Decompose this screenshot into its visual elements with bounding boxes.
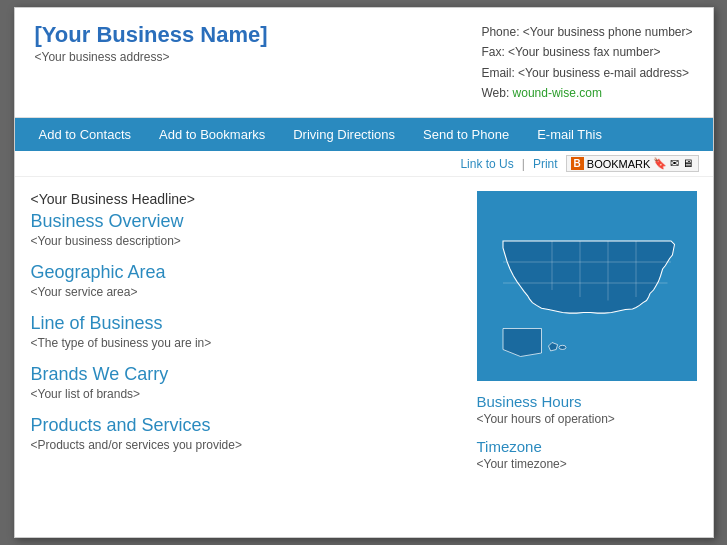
business-headline: <Your Business Headline> (31, 191, 461, 207)
utility-separator: | (522, 157, 525, 171)
nav-email-this[interactable]: E-mail This (523, 118, 616, 151)
section-desc-overview: <Your business description> (31, 234, 461, 248)
section-desc-lob: <The type of business you are in> (31, 336, 461, 350)
section-desc-timezone: <Your timezone> (477, 457, 697, 471)
page-wrapper: [Your Business Name] <Your business addr… (14, 7, 714, 539)
section-title-geo: Geographic Area (31, 262, 461, 283)
utility-bar: Link to Us | Print B BOOKMARK 🔖 ✉ 🖥 (15, 151, 713, 177)
email-line: Email: <Your business e-mail address> (481, 63, 692, 83)
nav-add-bookmarks[interactable]: Add to Bookmarks (145, 118, 279, 151)
us-map-svg (482, 199, 692, 374)
web-url[interactable]: wound-wise.com (513, 86, 602, 100)
bookmark-icons: 🔖 ✉ 🖥 (653, 157, 693, 170)
left-col: <Your Business Headline> Business Overvi… (31, 191, 461, 523)
nav-add-contacts[interactable]: Add to Contacts (25, 118, 146, 151)
svg-point-7 (559, 345, 566, 349)
section-title-lob: Line of Business (31, 313, 461, 334)
bookmark-badge[interactable]: B BOOKMARK 🔖 ✉ 🖥 (566, 155, 699, 172)
header-right: Phone: <Your business phone number> Fax:… (481, 22, 692, 104)
section-title-overview: Business Overview (31, 211, 461, 232)
business-address: <Your business address> (35, 50, 268, 64)
web-line: Web: wound-wise.com (481, 83, 692, 103)
section-desc-geo: <Your service area> (31, 285, 461, 299)
web-label: Web: (481, 86, 509, 100)
main-content: <Your Business Headline> Business Overvi… (15, 177, 713, 537)
nav-send-to-phone[interactable]: Send to Phone (409, 118, 523, 151)
navbar: Add to Contacts Add to Bookmarks Driving… (15, 118, 713, 151)
map-container (477, 191, 697, 381)
section-desc-products: <Products and/or services you provide> (31, 438, 461, 452)
section-title-brands: Brands We Carry (31, 364, 461, 385)
header-left: [Your Business Name] <Your business addr… (35, 22, 268, 64)
bookmark-label: BOOKMARK (587, 158, 651, 170)
bookmark-icon: B (571, 157, 584, 170)
header: [Your Business Name] <Your business addr… (15, 8, 713, 119)
section-title-hours: Business Hours (477, 393, 697, 410)
fax-line: Fax: <Your business fax number> (481, 42, 692, 62)
section-title-timezone: Timezone (477, 438, 697, 455)
right-col: Business Hours <Your hours of operation>… (477, 191, 697, 523)
print-link[interactable]: Print (533, 157, 558, 171)
section-desc-brands: <Your list of brands> (31, 387, 461, 401)
phone-line: Phone: <Your business phone number> (481, 22, 692, 42)
link-to-us[interactable]: Link to Us (460, 157, 513, 171)
nav-driving-directions[interactable]: Driving Directions (279, 118, 409, 151)
section-title-products: Products and Services (31, 415, 461, 436)
section-desc-hours: <Your hours of operation> (477, 412, 697, 426)
business-name: [Your Business Name] (35, 22, 268, 48)
